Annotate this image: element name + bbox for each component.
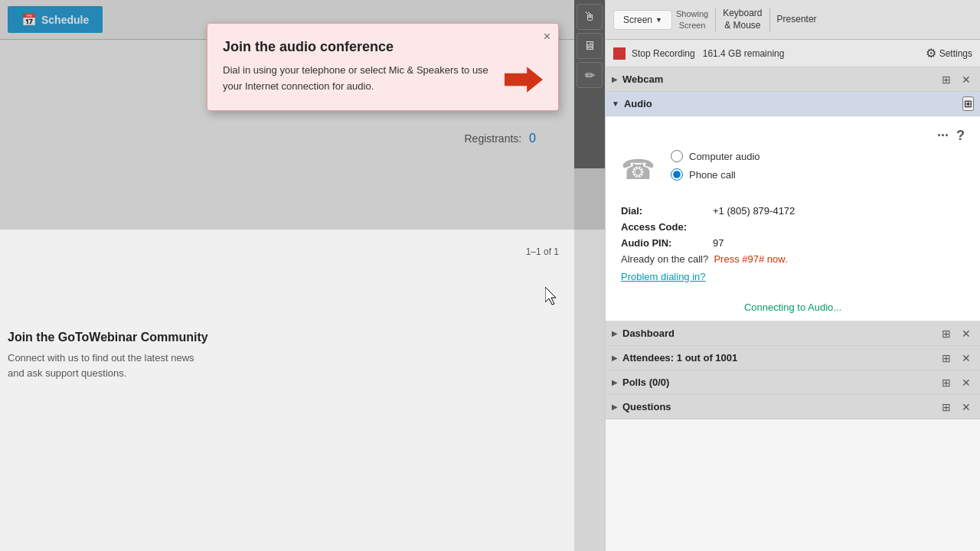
attendees-panel-header: ▶ Attendees: 1 out of 1001 ⊞ ✕ <box>606 346 980 370</box>
questions-close-button[interactable]: ✕ <box>959 399 974 415</box>
dial-label: Dial: <box>621 205 713 217</box>
polls-close-button[interactable]: ✕ <box>959 375 974 390</box>
questions-expand-button[interactable]: ⊞ <box>939 399 954 415</box>
modal-body: Dial in using your telephone or select M… <box>223 63 543 95</box>
right-toolbar: Screen ▼ ShowingScreen Keyboard & Mouse … <box>606 0 980 40</box>
dial-row: Dial: +1 (805) 879-4172 <box>621 205 965 217</box>
dashboard-expand-icon[interactable]: ▶ <box>612 329 618 337</box>
audio-expand-button[interactable]: ⊞ <box>962 96 974 111</box>
questions-title: Questions <box>622 401 934 412</box>
computer-audio-label: Computer audio <box>689 151 760 162</box>
audio-collapse-icon[interactable]: ▼ <box>612 99 619 108</box>
attendees-expand-icon[interactable]: ▶ <box>612 354 618 362</box>
connecting-text: Connecting to Audio... <box>606 294 980 321</box>
dial-info: Dial: +1 (805) 879-4172 Access Code: Aud… <box>606 197 980 294</box>
pagination-bottom: 1–1 of 1 <box>526 246 559 257</box>
polls-expand-button[interactable]: ⊞ <box>939 375 954 390</box>
stop-recording-label: Stop Recording 161.4 GB remaining <box>632 48 920 59</box>
audio-pin-label: Audio PIN: <box>621 237 713 249</box>
phone-call-radio[interactable] <box>671 168 683 181</box>
webcam-close-button[interactable]: ✕ <box>959 72 974 87</box>
audio-controls: ··· ? ☎ Computer audio Phone call <box>606 116 980 197</box>
webcam-title: Webcam <box>622 73 934 85</box>
modal-text: Dial in using your telephone or select M… <box>223 63 493 95</box>
modal-close-button[interactable]: × <box>544 30 550 44</box>
screen-button[interactable]: Screen ▼ <box>613 10 672 30</box>
dashboard-title: Dashboard <box>622 328 934 339</box>
phone-call-row: Phone call <box>671 168 760 181</box>
already-text: Already on the call? <box>621 253 708 265</box>
press-text: Press #97# now. <box>714 253 787 265</box>
computer-audio-row: Computer audio <box>671 150 760 162</box>
access-code-label: Access Code: <box>621 221 713 233</box>
gear-icon: ⚙ <box>926 46 936 60</box>
left-panel: 📅 Schedule 1–1 of 1 Registrants: 0 1–1 o… <box>0 0 605 551</box>
attendees-close-button[interactable]: ✕ <box>959 350 974 366</box>
showing-label: ShowingScreen <box>676 8 708 31</box>
arrow-icon <box>505 64 543 95</box>
audio-pin-value: 97 <box>713 237 724 249</box>
community-text: Connect with us to find out the latest n… <box>8 350 314 380</box>
audio-top-bar: ··· ? <box>621 128 965 144</box>
polls-panel-header: ▶ Polls (0/0) ⊞ ✕ <box>606 370 980 395</box>
community-section: Join the GoToWebinar Community Connect w… <box>8 331 314 380</box>
webcam-section-header: ▶ Webcam ⊞ ✕ <box>606 67 980 92</box>
audio-help-button[interactable]: ? <box>956 128 965 144</box>
audio-more-button[interactable]: ··· <box>937 128 949 144</box>
keyboard-mouse-label: Keyboard & Mouse <box>723 8 762 31</box>
screen-label: Screen <box>623 15 652 25</box>
dashboard-close-button[interactable]: ✕ <box>959 326 974 341</box>
screen-caret: ▼ <box>655 16 662 24</box>
stop-recording-button[interactable] <box>613 47 626 60</box>
computer-audio-radio[interactable] <box>671 150 683 162</box>
phone-call-label: Phone call <box>689 169 736 181</box>
recording-bar: Stop Recording 161.4 GB remaining ⚙ Sett… <box>606 40 980 67</box>
modal-title: Join the audio conference <box>223 39 543 55</box>
community-title: Join the GoToWebinar Community <box>8 331 314 344</box>
audio-main: ☎ Computer audio Phone call <box>621 150 965 186</box>
polls-title: Polls (0/0) <box>622 377 934 388</box>
settings-button[interactable]: ⚙ Settings <box>926 46 972 60</box>
questions-panel-header: ▶ Questions ⊞ ✕ <box>606 395 980 419</box>
audio-title: Audio <box>624 98 958 109</box>
questions-expand-icon[interactable]: ▶ <box>612 403 618 411</box>
dashboard-panel-header: ▶ Dashboard ⊞ ✕ <box>606 321 980 346</box>
audio-section: ▼ Audio ⊞ ··· ? ☎ Computer audio Phone c <box>606 92 980 321</box>
access-code-row: Access Code: <box>621 221 965 233</box>
polls-expand-icon[interactable]: ▶ <box>612 378 618 386</box>
already-row: Already on the call? Press #97# now. <box>621 253 965 265</box>
phone-icon: ☎ <box>621 154 655 186</box>
audio-radio-options: Computer audio Phone call <box>671 150 760 181</box>
problem-dialing-row: Problem dialing in? <box>621 271 965 282</box>
svg-marker-0 <box>505 67 543 92</box>
presenter-label: Presenter <box>777 14 817 26</box>
webcam-expand-button[interactable]: ⊞ <box>939 72 954 87</box>
toolbar-divider-2 <box>769 8 770 31</box>
attendees-title: Attendees: 1 out of 1001 <box>622 352 934 364</box>
right-panel: Screen ▼ ShowingScreen Keyboard & Mouse … <box>605 0 980 551</box>
dashboard-expand-button[interactable]: ⊞ <box>939 326 954 341</box>
webcam-expand-icon[interactable]: ▶ <box>612 75 618 83</box>
audio-section-header: ▼ Audio ⊞ <box>606 92 980 116</box>
attendees-expand-button[interactable]: ⊞ <box>939 350 954 366</box>
audio-pin-row: Audio PIN: 97 <box>621 237 965 249</box>
bottom-panels: ▶ Dashboard ⊞ ✕ ▶ Attendees: 1 out of 10… <box>606 321 980 551</box>
problem-dialing-link[interactable]: Problem dialing in? <box>621 271 706 282</box>
dial-value: +1 (805) 879-4172 <box>713 205 795 217</box>
audio-conference-modal: × Join the audio conference Dial in usin… <box>207 23 559 111</box>
toolbar-divider-1 <box>715 8 716 31</box>
